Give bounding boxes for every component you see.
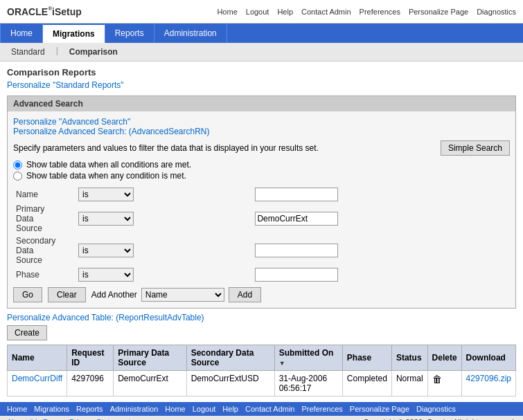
th-submitted-on-label: Submitted On	[279, 348, 334, 358]
create-button[interactable]: Create	[7, 325, 47, 340]
row-download: 4297096.zip	[461, 371, 515, 396]
simple-search-button[interactable]: Simple Search	[441, 140, 510, 156]
results-table: Name Request ID Primary Data Source Seco…	[7, 345, 516, 396]
radio-all-conditions[interactable]	[13, 161, 22, 170]
radio-any-label: Show table data when any condition is me…	[26, 171, 186, 181]
subnav-divider: |	[56, 46, 58, 58]
secondary-select-cell: is	[76, 235, 252, 266]
subnav-standard[interactable]: Standard	[7, 46, 49, 58]
search-panel-body: Personalize "Advanced Search" Personaliz…	[8, 111, 515, 308]
secondary-input[interactable]	[255, 244, 338, 257]
footer-contact-admin[interactable]: Contact Admin	[245, 405, 295, 413]
search-description-text: Specify parameters and values to filter …	[13, 143, 319, 153]
radio-row-all: Show table data when all conditions are …	[13, 160, 510, 170]
sort-icon: ▼	[279, 360, 285, 367]
footer-home[interactable]: Home	[7, 405, 27, 413]
row-delete: 🗑	[427, 371, 461, 396]
th-delete: Delete	[427, 345, 461, 371]
sub-nav: Standard | Comparison	[0, 43, 523, 62]
row-primary-ds: DemoCurrExt	[114, 371, 186, 396]
primary-input[interactable]	[255, 212, 338, 226]
main-tabs: Home Migrations Reports Administration	[0, 24, 523, 43]
row-secondary-ds: DemoCurrExtUSD	[186, 371, 274, 396]
add-another-label: Add Another	[91, 290, 137, 300]
tab-migrations[interactable]: Migrations	[43, 24, 105, 43]
primary-select[interactable]: is	[78, 212, 134, 226]
footer-preferences[interactable]: Preferences	[302, 405, 343, 413]
search-description-row: Specify parameters and values to filter …	[13, 140, 510, 156]
top-nav-contact-admin[interactable]: Contact Admin	[301, 8, 351, 16]
header: ORACLE®iSetup Home Logout Help Contact A…	[0, 0, 523, 24]
top-nav-help[interactable]: Help	[277, 8, 293, 16]
personalize-table-link[interactable]: Personalize Advanced Table: (ReportResul…	[7, 313, 204, 322]
footer-bottom: About this Page Privacy Statement Copyri…	[0, 416, 523, 420]
personalize-advanced-link[interactable]: Personalize "Advanced Search"	[13, 117, 130, 127]
th-phase: Phase	[342, 345, 391, 371]
radio-any-condition[interactable]	[13, 172, 22, 181]
radio-group: Show table data when all conditions are …	[13, 160, 510, 181]
footer-administration[interactable]: Administration	[110, 405, 159, 413]
footer-personalize-page[interactable]: Personalize Page	[350, 405, 409, 413]
row-submitted-on: 31-Aug-2006 06:56:17	[274, 371, 342, 396]
add-another-row: Add Another Name Primary Data Source Sec…	[91, 287, 261, 302]
form-row-name: Name is	[13, 186, 510, 203]
footer-logout[interactable]: Logout	[193, 405, 216, 413]
footer-nav: Home Migrations Reports Administration H…	[0, 402, 523, 416]
phase-input[interactable]	[255, 268, 338, 282]
add-button[interactable]: Add	[229, 287, 261, 302]
phase-input-cell	[252, 266, 510, 283]
table-header-row: Name Request ID Primary Data Source Seco…	[8, 345, 516, 371]
name-select-cell: is	[76, 186, 252, 203]
download-link[interactable]: 4297096.zip	[466, 374, 511, 383]
row-name-link[interactable]: DemoCurrDiff	[12, 374, 62, 383]
search-links: Personalize "Advanced Search" Personaliz…	[13, 117, 510, 136]
tab-reports[interactable]: Reports	[105, 24, 154, 43]
name-input[interactable]	[255, 188, 338, 201]
primary-select-cell: is	[76, 203, 252, 235]
footer-reports[interactable]: Reports	[76, 405, 103, 413]
tab-home[interactable]: Home	[0, 24, 43, 43]
row-request-id: 4297096	[67, 371, 114, 396]
clear-button[interactable]: Clear	[48, 287, 86, 302]
th-download: Download	[461, 345, 515, 371]
th-request-id: Request ID	[67, 345, 114, 371]
personalize-advanced-rn-link[interactable]: Personalize Advanced Search: (AdvancedSe…	[13, 127, 210, 136]
oracle-text: ORACLE	[7, 6, 48, 17]
go-button[interactable]: Go	[13, 287, 42, 302]
top-nav-preferences[interactable]: Preferences	[360, 8, 400, 16]
tab-administration[interactable]: Administration	[154, 24, 227, 43]
th-secondary-ds: Secondary Data Source	[186, 345, 274, 371]
isetup-text: iSetup	[52, 6, 82, 17]
form-row-primary: PrimaryDataSource is	[13, 203, 510, 235]
row-status: Normal	[391, 371, 427, 396]
top-nav-diagnostics[interactable]: Diagnostics	[477, 8, 516, 16]
footer-diagnostics[interactable]: Diagnostics	[416, 405, 456, 413]
name-select[interactable]: is	[78, 188, 134, 201]
form-row-secondary: SecondaryDataSource is	[13, 235, 510, 266]
footer-help[interactable]: Help	[222, 405, 238, 413]
top-nav-logout[interactable]: Logout	[246, 8, 269, 16]
subnav-comparison[interactable]: Comparison	[65, 46, 122, 58]
primary-input-cell	[252, 203, 510, 235]
secondary-label: SecondaryDataSource	[13, 235, 76, 266]
table-row: DemoCurrDiff 4297096 DemoCurrExt DemoCur…	[8, 371, 516, 396]
th-primary-ds: Primary Data Source	[114, 345, 186, 371]
th-submitted-on[interactable]: Submitted On ▼	[274, 345, 342, 371]
form-row-phase: Phase is	[13, 266, 510, 283]
top-nav-personalize-page[interactable]: Personalize Page	[409, 8, 468, 16]
footer-migrations[interactable]: Migrations	[34, 405, 69, 413]
radio-row-any: Show table data when any condition is me…	[13, 171, 510, 181]
personalize-standard-link[interactable]: Personalize "Standard Reports"	[7, 80, 124, 90]
phase-select[interactable]: is	[78, 268, 134, 282]
footer-home2[interactable]: Home	[165, 405, 185, 413]
top-nav-home[interactable]: Home	[217, 8, 237, 16]
search-form-table: Name is PrimaryDataSource	[13, 186, 510, 283]
primary-label: PrimaryDataSource	[13, 203, 76, 235]
secondary-select[interactable]: is	[78, 244, 134, 257]
delete-icon[interactable]: 🗑	[432, 374, 442, 385]
search-buttons-row: Go Clear Add Another Name Primary Data S…	[13, 287, 510, 302]
add-another-select[interactable]: Name Primary Data Source Secondary Data …	[141, 288, 224, 302]
name-label: Name	[13, 186, 76, 203]
th-name: Name	[8, 345, 67, 371]
row-phase: Completed	[342, 371, 391, 396]
